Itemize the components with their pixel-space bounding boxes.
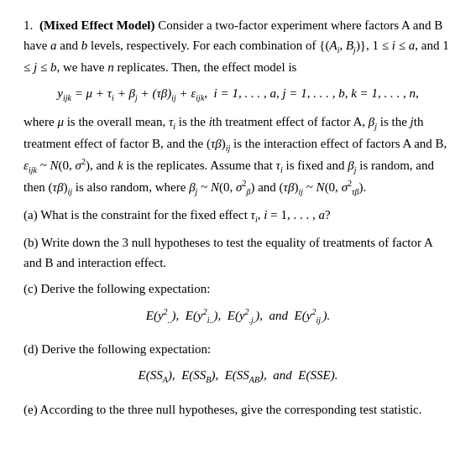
problem-container: 1. (Mixed Effect Model) Consider a two-f…	[24, 15, 452, 419]
problem-number: 1.	[24, 18, 33, 32]
part-b-label: (b)	[24, 236, 39, 249]
part-d-label: (d)	[24, 342, 39, 356]
part-d: (d) Derive the following expectation:	[24, 339, 452, 359]
b-variable: b	[81, 39, 88, 52]
part-c-label: (c)	[24, 282, 38, 295]
problem-text: 1. (Mixed Effect Model) Consider a two-f…	[24, 15, 452, 77]
part-e: (e) According to the three null hypothes…	[24, 399, 452, 419]
part-b: (b) Write down the 3 null hypotheses to …	[24, 232, 452, 273]
part-d-equation: E(SSA), E(SSB), E(SSAB), and E(SSE).	[24, 366, 452, 387]
model-description: where μ is the overall mean, τi is the i…	[24, 112, 452, 199]
part-c: (c) Derive the following expectation:	[24, 279, 452, 299]
a-variable: a	[50, 39, 57, 52]
part-a: (a) What is the constraint for the fixed…	[24, 205, 452, 227]
part-e-label: (e)	[24, 403, 38, 416]
model-equation: yijk = μ + τi + βj + (τβ)ij + εijk, i = …	[24, 84, 452, 105]
part-c-equation: E(y2..), E(y2i..), E(y2.j.), and E(y2ij.…	[24, 305, 452, 327]
problem-title: (Mixed Effect Model)	[39, 18, 154, 32]
part-a-label: (a)	[24, 208, 38, 221]
